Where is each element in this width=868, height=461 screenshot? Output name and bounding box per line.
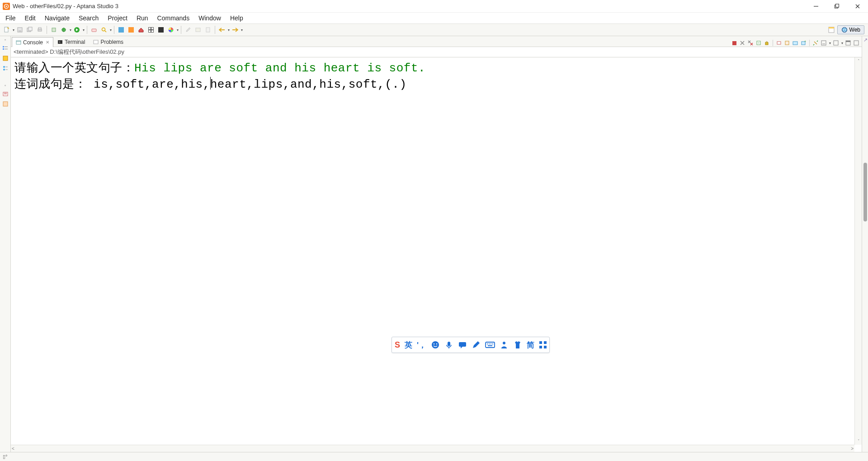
toolbar: ▾ ▾ ▾ ▾ ▾ ▾ ▾ <box>0 24 868 36</box>
main-area: ▫ ▫ Console ✕ > Terminal Problems <box>0 36 868 452</box>
color-wheel-icon[interactable] <box>166 25 175 34</box>
bookmark-icon[interactable] <box>203 25 212 34</box>
back-icon[interactable] <box>217 25 226 34</box>
ime-chat-icon[interactable] <box>458 340 467 349</box>
remove-launch-icon[interactable] <box>739 39 746 47</box>
debug-dropdown[interactable]: ▾ <box>69 28 72 32</box>
link-icon[interactable] <box>812 39 819 47</box>
gutter-restore-icon-2[interactable]: ▫ <box>5 84 6 88</box>
ime-tshirt-icon[interactable] <box>513 340 522 349</box>
terminate-icon[interactable] <box>731 39 738 47</box>
ime-handwrite-icon[interactable] <box>472 340 481 349</box>
menu-project[interactable]: Project <box>103 14 132 23</box>
gutter-project-explorer-icon[interactable] <box>2 45 9 52</box>
new-console-icon[interactable]: + <box>800 39 807 47</box>
maximize-view-icon[interactable] <box>832 39 840 47</box>
open-console-icon[interactable] <box>792 39 799 47</box>
outline-grid-icon[interactable] <box>146 25 156 34</box>
search-dropdown[interactable]: ▾ <box>109 28 112 32</box>
menu-navigate[interactable]: Navigate <box>40 14 74 23</box>
ime-simplified-toggle[interactable]: 简 <box>527 340 534 350</box>
gutter-app-explorer-icon[interactable] <box>2 55 9 62</box>
maximize-button[interactable] <box>826 0 847 13</box>
ime-skin-icon[interactable] <box>500 340 509 349</box>
scroll-down-icon[interactable]: ˅ <box>855 437 862 445</box>
save-icon[interactable] <box>15 25 24 34</box>
pencil-icon[interactable] <box>184 25 193 34</box>
horizontal-scrollbar[interactable]: < > <box>11 445 854 452</box>
scroll-lock-icon[interactable] <box>763 39 770 47</box>
perspective-web[interactable]: Web <box>837 25 864 34</box>
menu-run[interactable]: Run <box>132 14 153 23</box>
run-icon[interactable] <box>72 25 81 34</box>
svg-rect-81 <box>486 342 495 348</box>
outline-home-icon[interactable] <box>137 25 146 34</box>
outline-dark-icon[interactable] <box>156 25 165 34</box>
ime-emoji-icon[interactable] <box>431 340 440 349</box>
console-output[interactable]: 请输入一个英文句子：His lips are soft and his hear… <box>11 57 862 452</box>
close-button[interactable] <box>847 0 868 13</box>
save-all-icon[interactable] <box>25 25 34 34</box>
pin-console-icon[interactable] <box>775 39 783 47</box>
outline-blue-icon[interactable] <box>117 25 126 34</box>
new-dropdown[interactable]: ▾ <box>12 28 15 32</box>
tab-problems[interactable]: Problems <box>89 37 127 47</box>
close-icon[interactable]: ✕ <box>46 40 49 45</box>
external-tools-icon[interactable] <box>90 25 99 34</box>
build-icon[interactable] <box>49 25 58 34</box>
clear-console-icon[interactable] <box>755 39 762 47</box>
remove-all-icon[interactable] <box>747 39 754 47</box>
tab-terminal[interactable]: > Terminal <box>53 37 89 47</box>
back-dropdown[interactable]: ▾ <box>227 28 230 32</box>
ime-voice-icon[interactable] <box>444 340 453 349</box>
open-perspective-icon[interactable] <box>827 25 836 34</box>
scroll-right-icon[interactable]: > <box>851 446 854 451</box>
titlebar: Web - otherFiles/02.py - Aptana Studio 3 <box>0 0 868 13</box>
svg-rect-23 <box>128 27 134 33</box>
menubar: File Edit Navigate Search Project Run Co… <box>0 13 868 24</box>
gutter-samples-icon[interactable] <box>2 100 9 108</box>
scroll-up-icon[interactable]: ˄ <box>855 57 862 65</box>
gutter-restore-icon[interactable]: ▫ <box>5 38 6 42</box>
svg-rect-19 <box>92 29 96 32</box>
print-icon[interactable] <box>35 25 44 34</box>
menu-search[interactable]: Search <box>74 14 103 23</box>
forward-dropdown[interactable]: ▾ <box>240 28 243 32</box>
ime-grid-icon[interactable] <box>539 341 547 349</box>
folder-icon[interactable] <box>193 25 203 34</box>
minimize-view-icon[interactable] <box>820 39 827 47</box>
svg-rect-25 <box>149 28 151 29</box>
gutter-outline-icon[interactable] <box>2 65 9 72</box>
ime-logo-icon[interactable]: S <box>395 339 400 350</box>
ime-toolbar[interactable]: S 英 '， 简 <box>392 337 550 353</box>
menu-help[interactable]: Help <box>226 14 248 23</box>
debug-icon[interactable] <box>59 25 68 34</box>
view-menu-dropdown[interactable]: ▾ <box>828 41 831 45</box>
display-selected-icon[interactable] <box>783 39 791 47</box>
ime-punct-toggle[interactable]: '， <box>417 340 426 350</box>
outline-orange-icon[interactable] <box>127 25 136 34</box>
run-dropdown[interactable]: ▾ <box>82 28 85 32</box>
ime-keyboard-icon[interactable] <box>485 341 495 349</box>
tab-console[interactable]: Console ✕ <box>12 37 53 47</box>
restore-view-icon[interactable] <box>844 39 852 47</box>
menu-file[interactable]: File <box>1 14 20 23</box>
menu-edit[interactable]: Edit <box>20 14 40 23</box>
search-icon[interactable] <box>99 25 108 34</box>
view-menu-dropdown-2[interactable]: ▾ <box>840 41 844 45</box>
menu-commands[interactable]: Commands <box>153 14 194 23</box>
new-icon[interactable] <box>2 25 11 34</box>
menu-window[interactable]: Window <box>194 14 226 23</box>
svg-rect-48 <box>3 102 8 106</box>
scroll-left-icon[interactable]: < <box>12 446 14 451</box>
ime-lang-toggle[interactable]: 英 <box>405 340 412 350</box>
minimize-button[interactable] <box>806 0 826 13</box>
color-dropdown[interactable]: ▾ <box>176 28 179 32</box>
gutter-snippets-icon[interactable] <box>2 90 9 98</box>
close-view-icon[interactable] <box>853 39 860 47</box>
external-scroll-thumb[interactable] <box>863 163 867 221</box>
gutter-external-icon[interactable]: ↗ <box>863 37 868 42</box>
tab-problems-label: Problems <box>100 39 123 45</box>
forward-icon[interactable] <box>231 25 240 34</box>
vertical-scrollbar[interactable]: ˄ ˅ <box>854 57 862 445</box>
